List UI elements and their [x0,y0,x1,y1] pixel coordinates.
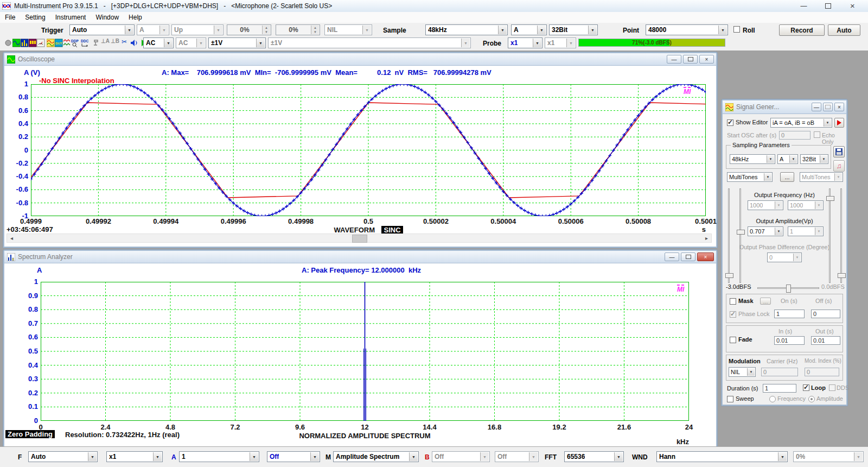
spin-up-icon[interactable]: ▲ [263,26,270,30]
bit-depth-select[interactable]: 32Bit▼ [549,24,598,35]
phase-lock-checkbox[interactable] [730,311,736,318]
freq-b-slider[interactable] [829,188,831,283]
scroll-right-icon[interactable]: ▸ [702,234,711,242]
ground-b-icon[interactable]: ⊥B [111,38,119,47]
duration-input[interactable] [763,384,796,393]
spin-up-icon[interactable]: ▲ [311,26,319,30]
input-device-icon[interactable] [92,38,100,47]
coupling-a-select[interactable]: AC▼ [143,37,174,48]
record-points-select[interactable]: 48000▼ [646,24,728,35]
spectrum-titlebar[interactable]: Spectrum Analyzer — × [4,251,716,263]
oscilloscope-icon[interactable] [12,38,21,47]
roll-checkbox[interactable] [733,26,740,33]
trigger-rejection-select[interactable]: NIL▼ [324,24,372,35]
sweep-amplitude-radio[interactable] [808,396,815,402]
panel-close-icon[interactable]: × [834,103,844,111]
panel-maximize-icon[interactable] [823,103,833,111]
record-button[interactable]: Record [779,24,825,36]
slider-thumb[interactable] [786,285,791,293]
fade-in-input[interactable] [774,336,805,345]
close-icon[interactable]: × [840,0,865,11]
siggen-bits-select[interactable]: 32Bit▼ [800,154,828,164]
sweep-frequency-radio[interactable] [769,396,776,402]
spin-down-icon[interactable]: ▼ [263,30,270,34]
loop-checkbox[interactable] [803,384,809,391]
mask-on-input[interactable] [774,310,805,318]
multimeter-icon[interactable] [29,38,37,47]
mask-checkbox[interactable] [730,298,736,305]
scrollbar-thumb[interactable] [352,235,367,243]
device-test-plan-icon[interactable] [37,38,45,47]
mask-more-button[interactable]: ... [760,298,771,305]
menu-instrument[interactable]: Instrument [50,12,91,23]
panel-maximize-icon[interactable] [683,55,698,64]
stop-icon[interactable] [4,38,12,47]
auto-scale-button[interactable]: Auto [828,24,860,36]
dut-icon[interactable]: DUT [55,38,63,47]
menu-setting[interactable]: Setting [20,12,50,23]
show-editor-checkbox[interactable] [727,119,733,126]
amp-b-slider[interactable] [840,188,842,283]
siggen-save-button[interactable] [833,146,845,157]
ddp-viewer-icon[interactable]: DDP [71,38,79,47]
sound-output-icon[interactable] [130,38,138,47]
trigger-delay-spinner[interactable]: 0%▲▼ [276,24,320,35]
trigger-level-spinner[interactable]: 0%▲▼ [227,24,271,35]
freq-b-select[interactable]: 1000▼ [788,200,824,210]
phase-select[interactable]: 0▼ [767,253,802,262]
amp-a-slider[interactable] [739,188,741,283]
panel-minimize-icon[interactable]: — [812,103,821,111]
spin-down-icon[interactable]: ▼ [311,30,319,34]
menu-file[interactable]: File [0,12,20,23]
panel-minimize-icon[interactable]: — [665,253,679,261]
probe-a-select[interactable]: x1▼ [508,37,542,48]
oscilloscope-titlebar[interactable]: Oscilloscope — × [4,53,716,66]
menu-window[interactable]: Window [91,12,124,23]
siggen-titlebar[interactable]: Signal Gener... — × [723,100,846,114]
derived-curve-icon[interactable] [63,38,71,47]
waveform-more-button[interactable]: ... [780,172,794,182]
siggen-channel-select[interactable]: A▼ [777,154,798,164]
dds-checkbox[interactable] [829,384,835,391]
carrier-input[interactable] [761,368,798,376]
slider-thumb[interactable] [737,230,745,235]
fft-size-select[interactable]: 65536▼ [564,451,624,462]
minimize-icon[interactable]: — [792,0,816,11]
slider-thumb[interactable] [838,273,846,278]
b-display2-select[interactable]: Off▼ [495,451,539,462]
probe-b-select[interactable]: x1▼ [545,37,576,48]
start-osc-input[interactable] [779,131,810,140]
signal-generator-icon[interactable] [47,38,55,47]
range-a-select[interactable]: ±1V▼ [208,37,266,48]
panel-close-icon[interactable]: × [697,253,714,261]
waveform-a-select[interactable]: MultiTones▼ [727,172,773,182]
scroll-left-icon[interactable]: ◂ [7,234,16,242]
maximize-icon[interactable] [816,0,840,11]
sampling-channel-select[interactable]: A▼ [511,24,547,35]
echo-only-checkbox[interactable] [814,131,820,138]
routing-select[interactable]: iA = oA, iB = oB▼ [770,118,832,128]
siggen-pattern-button[interactable]: ♫ [833,160,845,172]
overlap-select[interactable]: 0%▼ [793,451,864,462]
calibration-icon[interactable]: ✂ [122,38,130,47]
a-gain-select[interactable]: 1▼ [179,451,259,462]
trigger-source-select[interactable]: A▼ [137,24,169,35]
siggen-rate-select[interactable]: 48kHz▼ [730,154,775,164]
panel-close-icon[interactable]: × [699,55,714,64]
sampling-rate-select[interactable]: 48kHz▼ [425,24,508,35]
freq-a-select[interactable]: 1000▼ [748,200,783,210]
amp-a-select[interactable]: 0.707▼ [748,226,783,236]
freq-a-slider[interactable] [728,188,730,283]
trigger-mode-select[interactable]: Auto▼ [69,24,135,35]
fade-out-input[interactable] [811,336,840,345]
b-display-select[interactable]: Off▼ [432,451,490,462]
a-display-select[interactable]: Off▼ [267,451,320,462]
coupling-b-select[interactable]: AC▼ [176,37,206,48]
slider-thumb[interactable] [725,273,733,278]
siggen-run-button[interactable] [834,118,844,128]
mod-index-input[interactable] [805,368,839,376]
sweep-checkbox[interactable] [727,396,733,402]
range-b-select[interactable]: ±1V▼ [268,37,471,48]
analysis-mode-select[interactable]: Amplitude Spectrum▼ [333,451,419,462]
amp-b-select[interactable]: 1▼ [788,226,824,236]
